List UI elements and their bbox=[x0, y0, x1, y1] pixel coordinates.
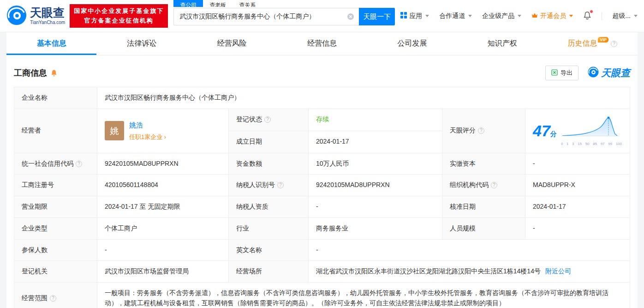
crown-icon bbox=[531, 12, 538, 20]
help-icon[interactable] bbox=[277, 182, 284, 188]
business-scope-value: 一般项目：劳务服务（不含劳务派遣），信息咨询服务（不含许可类信息咨询服务），幼儿… bbox=[97, 282, 630, 308]
staff-size-label: 人员规模 bbox=[442, 217, 525, 239]
notification-dot bbox=[590, 10, 593, 13]
tab-company-development[interactable]: 公司发展 bbox=[367, 32, 457, 55]
row-company-type: 企业类型 个体工商户 行业 商务服务业 人员规模 - bbox=[14, 217, 630, 239]
search-tab-boss[interactable]: 查老板 bbox=[203, 0, 233, 7]
search-area: 查公司 查老板 查关系 天眼一下 bbox=[173, 0, 395, 25]
business-place-value: 湖北省武汉市汉阳区永丰街道汉沙社区龙阳湖北路汉阳中央生活区1栋14楼14号附近公… bbox=[309, 261, 630, 283]
chevron-down-icon bbox=[569, 15, 573, 17]
tab-history-info[interactable]: 历史信息 VIP bbox=[548, 32, 638, 55]
apps-grid-icon bbox=[400, 12, 407, 20]
menu-partner[interactable]: 合作通道 bbox=[439, 12, 472, 20]
notification-bell-icon[interactable] bbox=[583, 11, 591, 21]
tab-basic-info-label: 基本信息 bbox=[37, 39, 66, 48]
gov-certification-badge: 国家中小企业发展子基金旗下 官方备案企业征信机构 bbox=[70, 4, 168, 27]
search-button[interactable]: 天眼一下 bbox=[359, 8, 395, 25]
capital-label: 资金数额 bbox=[229, 153, 309, 175]
tianyancha-watermark: 天眼查 bbox=[588, 66, 630, 79]
menu-open-vip[interactable]: 开通会员 bbox=[531, 12, 573, 20]
tab-operation-risk[interactable]: 经营风险 bbox=[187, 32, 277, 55]
company-type-label: 企业类型 bbox=[14, 217, 97, 239]
operator-avatar[interactable]: 姚 bbox=[105, 121, 124, 140]
tianyancha-logo-icon bbox=[6, 5, 27, 27]
chevron-down-icon bbox=[425, 15, 429, 17]
vip-badge: VIP bbox=[598, 37, 608, 42]
business-term-label: 营业期限 bbox=[14, 196, 97, 218]
taxpayer-quality-value: - bbox=[309, 196, 442, 218]
insured-count-value: - bbox=[97, 239, 229, 261]
help-icon[interactable] bbox=[264, 116, 271, 123]
chevron-down-icon bbox=[634, 15, 638, 17]
industry-label: 行业 bbox=[229, 217, 309, 239]
row-business-term: 营业期限 2024-01-17 至 无固定期限 纳税人资质 - 核准日期 202… bbox=[14, 196, 630, 218]
tianyancha-watermark-icon bbox=[588, 66, 599, 79]
help-icon[interactable] bbox=[491, 182, 497, 188]
search-tab-company[interactable]: 查公司 bbox=[173, 0, 203, 7]
taxpayer-quality-label: 纳税人资质 bbox=[229, 196, 309, 218]
gov-badge-line1: 国家中小企业发展子基金旗下 bbox=[74, 6, 164, 16]
score-value: 47 bbox=[533, 122, 550, 139]
search-input[interactable] bbox=[173, 8, 359, 25]
company-detail-tabs: 基本信息 法律诉讼 经营风险 经营信息 公司发展 知识产权 历史信息 VIP bbox=[6, 32, 638, 55]
credit-code-label: 统一社会信用代码 bbox=[14, 153, 97, 175]
monitor-bell-icon[interactable] bbox=[50, 69, 58, 77]
staff-size-value: - bbox=[525, 217, 630, 239]
score-label: 天眼评分 bbox=[442, 109, 525, 153]
menu-user[interactable]: 超级... bbox=[612, 12, 638, 20]
menu-apps-label: 应用 bbox=[409, 12, 422, 20]
taxpayer-id-value: 92420105MAD8UPPRXN bbox=[309, 175, 442, 196]
score-axis-ticks: 0131550859799100 bbox=[561, 141, 622, 147]
reg-number-value: 420105601148804 bbox=[97, 175, 229, 196]
main-container: 基本信息 法律诉讼 经营风险 经营信息 公司发展 知识产权 历史信息 VIP 工… bbox=[6, 32, 638, 308]
row-credit-code: 统一社会信用代码 92420105MAD8UPPRXN 资金数额 10万人民币 … bbox=[14, 153, 630, 175]
tab-operation-info[interactable]: 经营信息 bbox=[277, 32, 367, 55]
operator-name-link[interactable]: 姚浩 bbox=[129, 120, 166, 130]
reg-authority-label: 登记机关 bbox=[14, 261, 97, 283]
help-icon[interactable] bbox=[611, 41, 617, 47]
score-cell[interactable]: 47分 bbox=[525, 109, 630, 153]
establish-date-label: 成立日期 bbox=[229, 131, 309, 153]
tab-legal-litigation[interactable]: 法律诉讼 bbox=[96, 32, 186, 55]
operator-label: 经营者 bbox=[14, 109, 97, 153]
row-reg-number: 工商注册号 420105601148804 纳税人识别号 92420105MAD… bbox=[14, 175, 630, 196]
chevron-down-icon bbox=[518, 15, 521, 17]
taxpayer-id-label: 纳税人识别号 bbox=[229, 175, 309, 196]
status-badge: 存续 bbox=[316, 115, 329, 123]
nearby-companies-link[interactable]: 附近公司 bbox=[545, 267, 571, 275]
company-name-label: 企业名称 bbox=[14, 87, 97, 109]
company-type-value: 个体工商户 bbox=[97, 217, 229, 239]
tab-basic-info[interactable]: 基本信息 bbox=[6, 32, 96, 55]
row-operator: 经营者 姚 姚浩 任职1家企业 › 登记状态 存续 bbox=[14, 109, 630, 131]
org-code-label: 组织机构代码 bbox=[442, 175, 525, 196]
tab-legal-litigation-label: 法律诉讼 bbox=[127, 39, 156, 48]
operator-cell: 姚 姚浩 任职1家企业 › bbox=[97, 109, 229, 153]
tianyancha-watermark-text: 天眼查 bbox=[601, 66, 630, 79]
tab-intellectual-property[interactable]: 知识产权 bbox=[457, 32, 547, 55]
menu-enterprise-label: 企业级产品 bbox=[482, 12, 514, 20]
row-company-name: 企业名称 武汉市汉阳区畅行商务服务中心（个体工商户） bbox=[14, 87, 630, 109]
help-icon[interactable] bbox=[50, 295, 56, 302]
english-name-value: - bbox=[309, 239, 630, 261]
score-unit: 分 bbox=[550, 130, 557, 138]
tab-company-development-label: 公司发展 bbox=[397, 39, 427, 48]
user-name-label: 超级... bbox=[612, 12, 631, 20]
business-info-section: 工商信息 导出 bbox=[6, 55, 638, 308]
help-icon[interactable] bbox=[76, 161, 82, 167]
clear-search-icon[interactable] bbox=[347, 13, 354, 22]
paid-capital-value: - bbox=[525, 153, 630, 175]
help-icon[interactable] bbox=[478, 127, 484, 134]
menu-enterprise[interactable]: 企业级产品 bbox=[482, 12, 521, 20]
operator-companies-link[interactable]: 任职1家企业 › bbox=[129, 133, 166, 142]
establish-date-value: 2024-01-17 bbox=[309, 131, 442, 153]
business-scope-label: 经营范围 bbox=[14, 282, 97, 308]
company-name-value: 武汉市汉阳区畅行商务服务中心（个体工商户） bbox=[97, 87, 630, 109]
export-button-label: 导出 bbox=[561, 69, 572, 77]
tab-intellectual-property-label: 知识产权 bbox=[488, 39, 517, 48]
menu-apps[interactable]: 应用 bbox=[400, 12, 429, 20]
reg-number-label: 工商注册号 bbox=[14, 175, 97, 196]
export-button[interactable]: 导出 bbox=[545, 66, 578, 80]
search-tab-relation[interactable]: 查关系 bbox=[233, 0, 262, 7]
tianyancha-logo[interactable]: 天眼查 TianYanCha.com bbox=[6, 5, 65, 27]
reg-authority-value: 武汉市汉阳区市场监督管理局 bbox=[97, 261, 229, 283]
